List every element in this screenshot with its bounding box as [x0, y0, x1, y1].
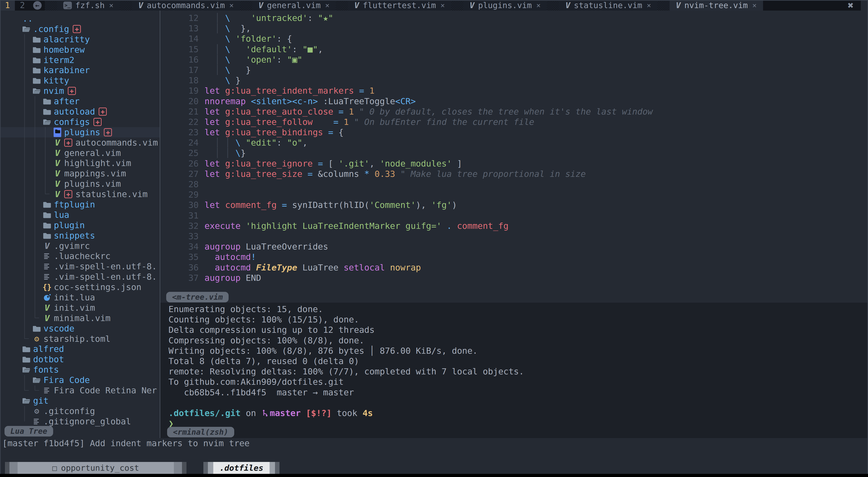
- close-all-icon[interactable]: ✖: [840, 0, 861, 10]
- line-number: 33: [160, 231, 199, 241]
- window-flag-icon: □: [52, 464, 57, 473]
- tree-item-label: plugin: [54, 220, 85, 230]
- tree-item-autocommands.vim[interactable]: V+autocommands.vim: [0, 137, 160, 148]
- tree-item-dotbot[interactable]: dotbot: [0, 354, 160, 365]
- tabbar-end-cap: [861, 0, 868, 10]
- tabbar: 12←>_fzf.sh×Vautocommands.vim×Vgeneral.v…: [0, 0, 861, 10]
- tree-item-label: nvim: [43, 86, 64, 96]
- tree-item-alfred[interactable]: alfred: [0, 344, 160, 354]
- tab-close-icon[interactable]: ×: [325, 1, 330, 10]
- vim-file-icon: V: [54, 138, 61, 147]
- shell-cursor-line[interactable]: ❯: [160, 418, 867, 429]
- tree-item-autoload[interactable]: autoload+: [0, 106, 160, 117]
- file-tree-sidebar[interactable]: ...config+alacrittyhomebrewiterm2karabin…: [0, 10, 160, 438]
- tree-item-coc-settings.json[interactable]: {}coc-settings.json: [0, 282, 160, 292]
- tree-item-karabiner[interactable]: karabiner: [0, 65, 160, 75]
- vim-file-icon: V: [54, 148, 61, 158]
- tree-item-snippets[interactable]: snippets: [0, 230, 160, 241]
- back-arrow-icon[interactable]: ←: [33, 1, 42, 10]
- tree-item-fonts[interactable]: fonts: [0, 365, 160, 375]
- gear-icon: ⚙: [33, 334, 40, 343]
- tree-item-iterm2[interactable]: iterm2: [0, 55, 160, 65]
- tree-item-label: .vim-spell-en.utf-8.: [54, 272, 157, 282]
- editor-line-24: 24 │ │ \ "edit": "o",: [160, 137, 867, 148]
- tree-item-.gitconfig[interactable]: ⚙.gitconfig: [0, 406, 160, 416]
- window-split-separator[interactable]: [160, 10, 160, 438]
- tree-item-.luacheckrc[interactable]: .luacheckrc: [0, 251, 160, 261]
- tmux-window-opportunity-cost[interactable]: □ opportunity_cost: [5, 462, 186, 474]
- tab-close-icon[interactable]: ×: [109, 1, 114, 10]
- buffer-tab-statusline.vim[interactable]: Vstatusline.vim×: [559, 0, 657, 10]
- buffer-tab-fzf.sh[interactable]: >_fzf.sh×: [57, 0, 120, 10]
- tree-item-label: ..: [23, 14, 33, 24]
- tree-item-.vim-spell-en.utf-8.[interactable]: .vim-spell-en.utf-8.: [0, 261, 160, 272]
- workspace-tab-2[interactable]: 2: [15, 0, 30, 10]
- tree-item-configs[interactable]: configs+: [0, 117, 160, 127]
- terminal-winbar-pill: <rminal(zsh): [167, 427, 234, 437]
- tree-item-init.lua[interactable]: init.lua: [0, 292, 160, 303]
- editor-line-26: 26let g:lua_tree_ignore = [ '.git', 'nod…: [160, 159, 867, 169]
- tree-item-general.vim[interactable]: Vgeneral.vim: [0, 148, 160, 158]
- tree-item-vscode[interactable]: vscode: [0, 323, 160, 334]
- editor-pane[interactable]: 12 │ \ 'untracked': "★"13 │ \ },14 \ 'fo…: [160, 10, 867, 303]
- tmux-window-dotfiles[interactable]: .dotfiles: [204, 462, 279, 474]
- folder-icon: [43, 211, 51, 218]
- tree-item-.gvimrc[interactable]: V.gvimrc: [0, 241, 160, 251]
- line-number: 21: [160, 106, 199, 117]
- tree-item-..[interactable]: ..: [0, 13, 160, 24]
- buffer-tab-plugins.vim[interactable]: Vplugins.vim×: [463, 0, 547, 10]
- prompt-path: .dotfiles/.git: [168, 408, 241, 418]
- tree-item-after[interactable]: after: [0, 96, 160, 106]
- tab-close-icon[interactable]: ×: [752, 1, 756, 10]
- tree-item-label: homebrew: [43, 45, 85, 55]
- tree-item-plugins[interactable]: plugins+: [0, 127, 160, 137]
- tree-item-alacritty[interactable]: alacritty: [0, 34, 160, 44]
- terminal-pane[interactable]: Enumerating objects: 15, done.Counting o…: [160, 303, 867, 438]
- tree-item-.gitignore_global[interactable]: .gitignore_global: [0, 416, 160, 427]
- tree-indent-guide: [35, 385, 35, 390]
- workspace-tab-1[interactable]: 1: [0, 0, 15, 10]
- line-number: 36: [160, 262, 199, 273]
- tree-item-plugins.vim[interactable]: Vplugins.vim: [0, 179, 160, 189]
- tree-item-statusline.vim[interactable]: V+statusline.vim: [0, 189, 160, 199]
- tab-close-icon[interactable]: ×: [440, 1, 445, 10]
- tabbar-separator: [240, 0, 252, 10]
- buffer-tab-nvim-tree.vim[interactable]: Vnvim-tree.vim×: [670, 0, 763, 10]
- tree-item-lua[interactable]: lua: [0, 210, 160, 220]
- tree-item-starship.toml[interactable]: ⚙starship.toml: [0, 334, 160, 344]
- tree-item-ftplugin[interactable]: ftplugin: [0, 199, 160, 210]
- line-number: 32: [160, 221, 199, 231]
- line-number: 37: [160, 273, 199, 283]
- tree-item-.vim-spell-en.utf-8.[interactable]: .vim-spell-en.utf-8.: [0, 272, 160, 282]
- buffer-tab-autocommands.vim[interactable]: Vautocommands.vim×: [132, 0, 240, 10]
- tree-item-minimal.vim[interactable]: Vminimal.vim: [0, 313, 160, 323]
- tree-item-Fira Code Retina Ner[interactable]: Fira Code Retina Ner: [0, 385, 160, 396]
- folder-open-icon: [23, 366, 30, 373]
- tree-item-kitty[interactable]: kitty: [0, 75, 160, 86]
- tree-item-label: snippets: [54, 231, 95, 241]
- tree-item-mappings.vim[interactable]: Vmappings.vim: [0, 168, 160, 179]
- line-number: 30: [160, 200, 199, 210]
- tree-item-git[interactable]: git: [0, 396, 160, 406]
- tree-item-init.vim[interactable]: Vinit.vim: [0, 303, 160, 313]
- line-number: 13: [160, 23, 199, 34]
- buffer-tab-fluttertest.vim[interactable]: Vfluttertest.vim×: [348, 0, 451, 10]
- tree-item-plugin[interactable]: plugin: [0, 220, 160, 230]
- tab-close-icon[interactable]: ×: [647, 1, 651, 10]
- folder-open-icon: [33, 377, 40, 383]
- tree-item-label: .config: [33, 24, 69, 34]
- editor-line-22: 22let g:lua_tree_follow = 1 " On bufEnte…: [160, 117, 867, 127]
- buffer-tab-general.vim[interactable]: Vgeneral.vim×: [252, 0, 336, 10]
- tree-item-highlight.vim[interactable]: Vhighlight.vim: [0, 158, 160, 168]
- tree-item-Fira Code[interactable]: Fira Code: [0, 375, 160, 385]
- tab-close-icon[interactable]: ×: [536, 1, 540, 10]
- tree-item-nvim[interactable]: nvim+: [0, 86, 160, 96]
- git-plus-badge: +: [73, 25, 81, 33]
- tab-close-icon[interactable]: ×: [229, 1, 234, 10]
- line-number: 16: [160, 55, 199, 65]
- tabbar-separator: [657, 0, 670, 10]
- tree-item-homebrew[interactable]: homebrew: [0, 44, 160, 55]
- tree-indent-guide: [35, 96, 35, 318]
- tree-winbar-pill: Lua Tree: [4, 426, 53, 437]
- tree-item-.config[interactable]: .config+: [0, 24, 160, 34]
